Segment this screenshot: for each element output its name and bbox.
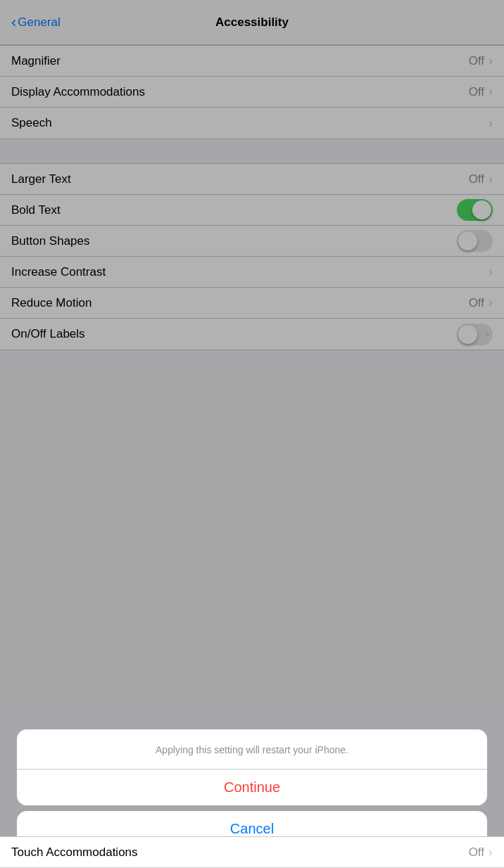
- continue-button[interactable]: Continue: [17, 770, 487, 805]
- chevron-icon-touch-accommodations: ›: [489, 845, 493, 860]
- alert-overlay: Applying this setting will restart your …: [0, 0, 504, 868]
- item-label-touch-accommodations: Touch Accommodations: [11, 845, 138, 860]
- bottom-item-row[interactable]: Touch Accommodations Off ›: [0, 836, 504, 868]
- item-right-touch-accommodations: Off ›: [469, 845, 493, 860]
- item-value-touch-accommodations: Off: [469, 845, 484, 860]
- settings-item-touch-accommodations[interactable]: Touch Accommodations Off ›: [0, 837, 504, 868]
- alert-card: Applying this setting will restart your …: [17, 729, 487, 805]
- alert-message: Applying this setting will restart your …: [17, 729, 487, 770]
